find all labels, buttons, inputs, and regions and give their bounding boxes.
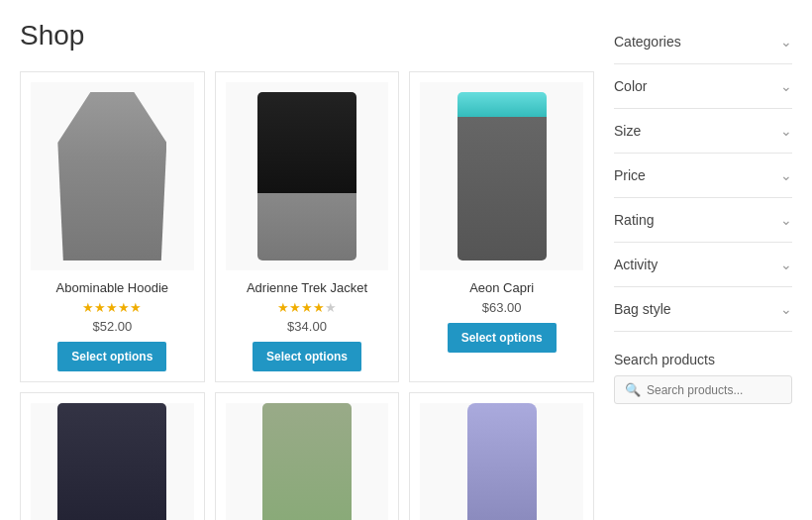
main-content: Shop Abominable Hoodie ★★★★★ $52.00 Sele…: [20, 20, 614, 520]
filter-activity[interactable]: Activity ⌄: [614, 243, 792, 287]
product-card: Product 5: [215, 392, 400, 520]
filter-label-activity: Activity: [614, 257, 658, 272]
product-card: Aeon Capri $63.00 Select options: [409, 71, 594, 382]
star-filled: ★: [106, 300, 118, 315]
star-filled: ★: [130, 300, 142, 315]
filter-label-price: Price: [614, 167, 646, 183]
products-grid: Abominable Hoodie ★★★★★ $52.00 Select op…: [20, 71, 594, 520]
search-icon: 🔍: [625, 382, 641, 397]
sidebar: Categories ⌄ Color ⌄ Size ⌄ Price ⌄ Rati…: [614, 20, 792, 520]
product-image-container: [420, 403, 583, 520]
filter-header-color[interactable]: Color ⌄: [614, 78, 792, 94]
star-filled: ★: [118, 300, 130, 315]
select-options-button[interactable]: Select options: [448, 323, 557, 353]
product-image-container: [31, 82, 194, 270]
product-image: [262, 403, 352, 520]
search-box: 🔍: [614, 375, 792, 404]
filter-label-bag-style: Bag style: [614, 301, 671, 317]
filter-label-size: Size: [614, 123, 641, 139]
filter-label-categories: Categories: [614, 34, 681, 50]
product-image-container: [31, 403, 194, 520]
search-input[interactable]: [647, 383, 781, 397]
chevron-down-icon: ⌄: [780, 257, 792, 272]
filter-header-size[interactable]: Size ⌄: [614, 123, 792, 139]
filter-header-rating[interactable]: Rating ⌄: [614, 212, 792, 228]
product-image: [257, 92, 356, 260]
product-name: Adrienne Trek Jacket: [226, 280, 389, 295]
search-title: Search products: [614, 352, 792, 367]
chevron-down-icon: ⌄: [780, 167, 792, 183]
star-filled: ★: [94, 300, 106, 315]
filter-header-price[interactable]: Price ⌄: [614, 167, 792, 183]
filter-size[interactable]: Size ⌄: [614, 109, 792, 154]
star-filled: ★: [289, 300, 301, 315]
chevron-down-icon: ⌄: [780, 212, 792, 228]
star-empty: ★: [325, 300, 337, 315]
product-price: $34.00: [226, 319, 389, 334]
product-image-container: [226, 82, 389, 270]
product-stars: ★★★★★: [226, 300, 389, 315]
product-image: [457, 92, 547, 260]
star-filled: ★: [82, 300, 94, 315]
chevron-down-icon: ⌄: [780, 78, 792, 94]
filter-rating[interactable]: Rating ⌄: [614, 198, 792, 243]
filter-header-activity[interactable]: Activity ⌄: [614, 257, 792, 272]
product-image: [57, 403, 166, 520]
product-image: [57, 92, 166, 260]
star-filled: ★: [277, 300, 289, 315]
star-filled: ★: [313, 300, 325, 315]
filter-header-categories[interactable]: Categories ⌄: [614, 34, 792, 50]
product-image-container: [226, 403, 389, 520]
select-options-button[interactable]: Select options: [253, 342, 361, 371]
page-title: Shop: [20, 20, 594, 52]
filter-label-rating: Rating: [614, 212, 654, 228]
product-stars: ★★★★★: [31, 300, 194, 315]
search-section: Search products 🔍: [614, 352, 792, 404]
product-card: Adrienne Trek Jacket ★★★★★ $34.00 Select…: [215, 71, 400, 382]
chevron-down-icon: ⌄: [780, 34, 792, 50]
product-image-container: [420, 82, 583, 270]
filter-bag-style[interactable]: Bag style ⌄: [614, 287, 792, 332]
chevron-down-icon: ⌄: [780, 123, 792, 139]
product-card: Product 6: [409, 392, 594, 520]
filter-categories[interactable]: Categories ⌄: [614, 20, 792, 64]
product-image: [467, 403, 537, 520]
filter-label-color: Color: [614, 78, 647, 94]
product-price: $63.00: [420, 300, 583, 315]
filter-price[interactable]: Price ⌄: [614, 154, 792, 198]
chevron-down-icon: ⌄: [780, 301, 792, 317]
product-name: Aeon Capri: [420, 280, 583, 295]
select-options-button[interactable]: Select options: [57, 342, 166, 371]
filter-color[interactable]: Color ⌄: [614, 64, 792, 109]
star-filled: ★: [301, 300, 313, 315]
product-card: Abominable Hoodie ★★★★★ $52.00 Select op…: [20, 71, 205, 382]
product-name: Abominable Hoodie: [31, 280, 194, 295]
product-price: $52.00: [31, 319, 194, 334]
filter-header-bag-style[interactable]: Bag style ⌄: [614, 301, 792, 317]
product-card: Product 4: [20, 392, 205, 520]
